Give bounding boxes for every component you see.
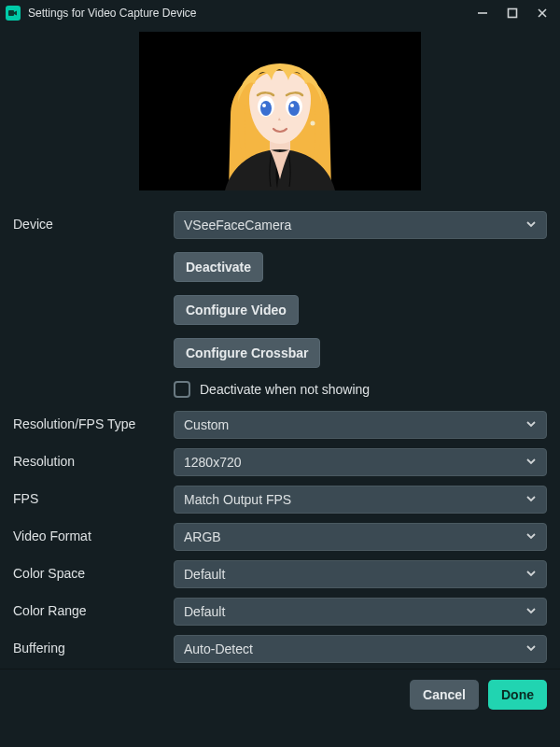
chevron-down-icon [525,492,537,507]
titlebar: Settings for Video Capture Device [0,0,560,26]
settings-form[interactable]: Device VSeeFaceCamera Deactivate Configu… [0,204,560,669]
svg-rect-2 [509,9,517,18]
window-maximize-icon[interactable] [506,7,519,20]
svg-rect-0 [8,10,14,16]
buffering-select[interactable]: Auto-Detect [174,635,547,663]
color-space-value: Default [184,567,225,582]
chevron-down-icon [525,455,537,470]
done-button[interactable]: Done [488,680,547,710]
fps-label: FPS [13,486,174,506]
svg-point-11 [290,104,294,107]
color-range-select[interactable]: Default [174,598,547,626]
deactivate-when-not-showing-checkbox[interactable] [174,381,190,398]
chevron-down-icon [525,604,537,619]
cancel-button[interactable]: Cancel [410,680,479,710]
resfps-type-value: Custom [184,417,229,432]
chevron-down-icon [525,567,537,582]
buffering-value: Auto-Detect [184,641,253,656]
device-select[interactable]: VSeeFaceCamera [174,211,547,239]
resfps-type-select[interactable]: Custom [174,411,547,439]
svg-point-9 [288,101,300,116]
deactivate-button[interactable]: Deactivate [174,252,263,282]
deactivate-when-not-showing-label: Deactivate when not showing [200,382,370,397]
fps-select[interactable]: Match Output FPS [174,486,547,514]
color-range-value: Default [184,604,225,619]
resfps-type-label: Resolution/FPS Type [13,411,174,431]
fps-value: Match Output FPS [184,492,291,507]
configure-crossbar-button[interactable]: Configure Crossbar [174,338,320,368]
window-minimize-icon[interactable] [476,7,489,20]
device-value: VSeeFaceCamera [184,218,291,233]
color-space-select[interactable]: Default [174,560,547,588]
device-label: Device [13,211,174,232]
chevron-down-icon [525,529,537,544]
video-format-label: Video Format [13,523,174,543]
video-format-value: ARGB [184,529,221,544]
app-icon [6,6,21,21]
window-title: Settings for Video Capture Device [28,7,476,20]
color-range-label: Color Range [13,598,174,618]
video-format-select[interactable]: ARGB [174,523,547,551]
chevron-down-icon [525,218,537,233]
resolution-value: 1280x720 [184,455,242,470]
chevron-down-icon [525,641,537,656]
resolution-label: Resolution [13,448,174,469]
svg-point-10 [262,104,266,107]
window-close-icon[interactable] [536,7,549,20]
video-preview [139,32,421,190]
chevron-down-icon [525,417,537,432]
color-space-label: Color Space [13,560,174,581]
configure-video-button[interactable]: Configure Video [174,295,299,325]
svg-point-12 [311,121,315,126]
resolution-select[interactable]: 1280x720 [174,448,547,476]
dialog-footer: Cancel Done [0,669,560,719]
preview-area [0,26,560,204]
svg-point-8 [260,101,272,116]
buffering-label: Buffering [13,635,174,655]
